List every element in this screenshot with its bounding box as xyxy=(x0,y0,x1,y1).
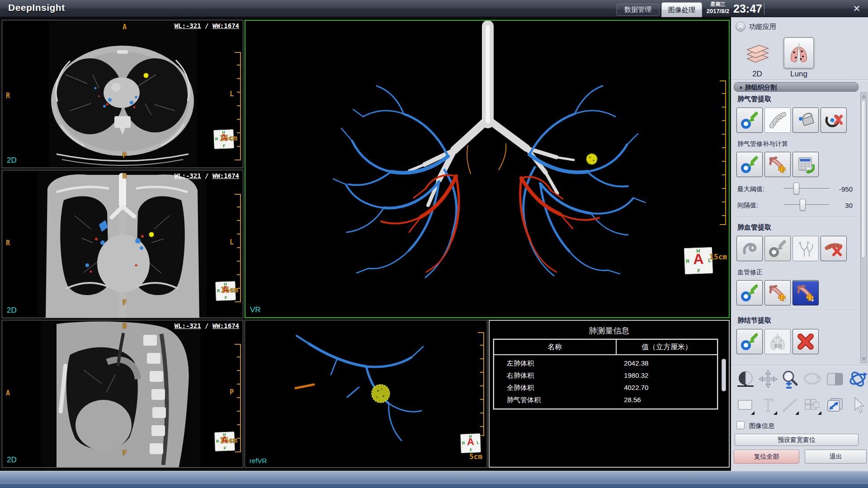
airway-segment-button[interactable] xyxy=(764,108,791,133)
fix-add-vessel-button[interactable] xyxy=(764,280,791,305)
orientation-bottom: P xyxy=(123,151,127,160)
dropdown-corner-icon xyxy=(795,411,799,415)
scale-label: 15cm xyxy=(221,286,238,294)
section-header-lung-segmentation[interactable]: ▲ 肺组织分割 xyxy=(734,82,859,92)
vessel-extract-label: 肺血管提取 xyxy=(737,223,771,232)
fix-add-vessel-active-button[interactable] xyxy=(793,280,819,305)
airway-delete-button[interactable] xyxy=(821,108,847,133)
preset-window-button[interactable]: 预设窗宽窗位 xyxy=(735,434,859,446)
viewport-coronal[interactable]: WL:-321 / WW:1674 H F R L 2D H R A L F 1… xyxy=(2,170,243,318)
row-value: 4022.70 xyxy=(617,381,717,394)
row-value: 2042.38 xyxy=(617,357,717,369)
scale-ruler xyxy=(479,332,484,436)
slider-thumb[interactable] xyxy=(793,183,799,194)
seed-point-icon xyxy=(741,284,759,302)
scroll-down-icon[interactable] xyxy=(862,357,866,361)
panel-scrollbar[interactable] xyxy=(860,92,867,363)
pointer-tool[interactable] xyxy=(848,396,868,415)
viewport-vr[interactable]: VR H R A L F 15cm xyxy=(245,20,730,318)
column-header-name: 名称 xyxy=(494,340,617,354)
window-level-icon xyxy=(736,370,755,389)
vessel-shape-button[interactable] xyxy=(736,236,763,261)
cursor-arrow-icon xyxy=(848,396,868,415)
nodule-delete-button[interactable] xyxy=(793,329,819,354)
status-bar xyxy=(0,471,868,488)
calculator-icon xyxy=(797,155,815,174)
vessel-tree-icon xyxy=(797,239,815,258)
table-row: 全肺体积 4022.70 xyxy=(494,381,717,394)
row-value: 28.56 xyxy=(617,394,717,406)
tab-data-management[interactable]: 数据管理 xyxy=(616,3,660,16)
max-threshold-value: -950 xyxy=(839,185,853,193)
exit-button[interactable]: 退出 xyxy=(805,450,867,464)
airway-fill-button[interactable] xyxy=(793,108,819,133)
window-level-tool[interactable] xyxy=(736,370,755,389)
close-icon[interactable]: ✕ xyxy=(850,2,863,15)
zoom-tool[interactable] xyxy=(780,370,800,389)
cube-bottom: F xyxy=(461,447,480,452)
app-lung-button[interactable] xyxy=(783,37,814,69)
line-measure-tool[interactable] xyxy=(780,396,800,415)
reset-all-button[interactable]: 复位全部 xyxy=(734,450,799,464)
app-2d-icon[interactable] xyxy=(743,42,772,66)
vessel-delete-button[interactable] xyxy=(821,236,847,261)
airway-seed-button[interactable] xyxy=(736,108,763,133)
vessel-seed-button[interactable] xyxy=(764,236,791,261)
tab-image-processing[interactable]: 图像处理 xyxy=(661,2,702,17)
scale-label: 5cm xyxy=(469,452,482,461)
app-2d-label[interactable]: 2D xyxy=(743,70,772,79)
orientation-left: R xyxy=(6,239,10,247)
row-name: 肺气管体积 xyxy=(494,394,617,406)
table-row: 左肺体积 2042.38 xyxy=(494,357,717,369)
compute-button[interactable] xyxy=(793,152,819,177)
vessel-add-icon xyxy=(769,284,787,302)
layout-tool[interactable] xyxy=(802,396,822,415)
table-header-row: 名称 值（立方厘米） xyxy=(494,340,717,355)
scroll-up-icon[interactable] xyxy=(862,94,866,98)
text-annotation-tool[interactable] xyxy=(758,396,778,415)
dropdown-corner-icon xyxy=(774,411,777,415)
collapse-arrow-icon: ▲ xyxy=(739,84,743,89)
viewport-sagittal[interactable]: WL:-321 / WW:1674 H F A P 2D H R A L F 1… xyxy=(2,320,243,468)
flip-tool[interactable] xyxy=(802,370,822,389)
date-display: 星期三 2017/8/2 xyxy=(703,1,732,15)
invert-tool[interactable] xyxy=(825,370,845,389)
roi-rect-tool[interactable] xyxy=(736,396,755,415)
app-lung-label[interactable]: Lung xyxy=(783,70,814,79)
vessel-tree-button[interactable] xyxy=(793,236,819,261)
mode-label: 2D xyxy=(7,455,17,465)
delete-region-icon xyxy=(825,111,843,129)
row-name: 右肺体积 xyxy=(494,369,617,381)
nodule-seed-button[interactable] xyxy=(736,329,763,354)
zoom-magnifier-icon xyxy=(780,370,800,389)
image-info-label: 图像信息 xyxy=(749,422,774,430)
interval-slider[interactable] xyxy=(783,199,830,211)
mode-label: 2D xyxy=(7,306,17,315)
rotate-3d-tool[interactable] xyxy=(848,370,868,389)
rotate-3d-icon xyxy=(848,370,868,389)
seed-point-icon xyxy=(769,239,787,258)
nodule-extract-label: 肺结节提取 xyxy=(737,316,771,325)
image-info-checkbox[interactable] xyxy=(736,421,745,429)
scrollbar-thumb[interactable] xyxy=(861,100,866,258)
orientation-left: A xyxy=(6,389,10,397)
lung-3d-icon: 3D xyxy=(769,333,787,351)
viewport-axial[interactable]: WL:-321 / WW:1674 A P R L 2D H R A L F 1… xyxy=(2,20,243,168)
repair-add-vessel-button[interactable] xyxy=(764,152,791,177)
table-scrollbar[interactable] xyxy=(722,359,726,391)
max-threshold-label: 最大阈值: xyxy=(737,185,764,193)
expand-icon xyxy=(825,396,845,415)
nodule-3d-button[interactable]: 3D xyxy=(764,329,791,354)
viewport-refvr[interactable]: refVR H R A L F 5cm xyxy=(245,320,487,468)
slider-thumb[interactable] xyxy=(800,199,806,211)
pan-tool[interactable] xyxy=(758,370,778,389)
fullscreen-tool[interactable] xyxy=(825,396,845,415)
fix-seed-button[interactable] xyxy=(736,280,763,305)
lung-measurement-panel: 肺测量信息 名称 值（立方厘米） 左肺体积 2042.38 右肺体积 1980.… xyxy=(489,320,730,468)
column-header-value: 值（立方厘米） xyxy=(617,340,717,354)
orientation-cube: H R A L F xyxy=(684,247,713,274)
clock: 23:47 xyxy=(733,2,762,15)
max-threshold-slider[interactable] xyxy=(783,183,830,194)
collapse-chevron-icon[interactable] xyxy=(736,22,745,32)
repair-seed-button[interactable] xyxy=(736,152,763,177)
